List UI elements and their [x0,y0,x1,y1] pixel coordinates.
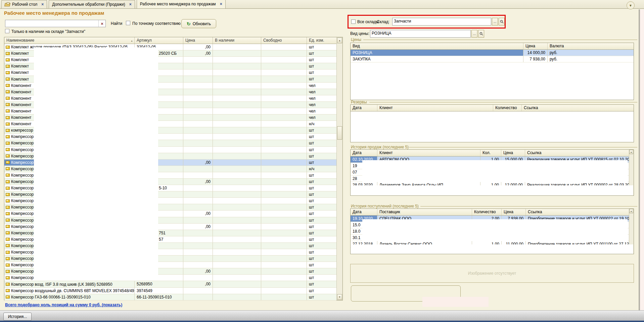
column-header[interactable]: Количество [472,209,502,215]
column-header-price[interactable]: Цена [183,37,213,44]
table-cell[interactable]: чел [307,108,336,114]
table-cell[interactable] [213,102,261,108]
column-header-free[interactable]: Свободно [261,37,307,44]
currency-cell[interactable]: руб. [548,50,634,56]
column-header[interactable]: Количество [493,105,522,111]
table-row[interactable]: Компрессор возд. ISF 3.8 под шкив (LK 38… [4,281,336,287]
column-header[interactable]: Ссылка [526,209,629,215]
table-cell[interactable] [183,140,213,146]
table-cell[interactable] [261,57,307,63]
table-cell[interactable]: Компрессор возд. ISF 3.8 под шкив (LK 38… [4,281,135,287]
table-cell[interactable] [183,147,213,153]
column-header[interactable]: Цена [523,43,548,49]
table-cell[interactable] [261,294,307,300]
table-cell[interactable] [213,127,261,133]
table-cell[interactable]: шт [307,179,336,185]
table-cell[interactable] [261,153,307,159]
column-header[interactable]: Ссылка [522,105,634,111]
column-header[interactable]: Цена [501,150,525,156]
table-cell[interactable]: шт [307,172,336,178]
table-cell[interactable] [261,147,307,153]
table-cell[interactable] [183,57,213,63]
table-cell[interactable] [183,95,213,101]
table-cell[interactable] [183,172,213,178]
search-input[interactable]: × [5,20,106,27]
table-cell[interactable] [183,114,213,121]
table-cell[interactable]: шт [307,191,336,197]
table-cell[interactable]: ,00 [183,268,213,274]
table-cell[interactable] [213,249,261,255]
column-header[interactable]: Дата [351,150,377,156]
table-cell[interactable] [261,108,307,114]
table-cell[interactable] [261,268,307,274]
table-cell[interactable] [261,76,307,82]
table-cell[interactable] [261,44,307,50]
table-cell[interactable] [213,256,261,262]
table-cell[interactable] [213,147,261,153]
table-cell[interactable] [183,83,213,89]
table-cell[interactable]: шт [307,50,336,56]
price-cell[interactable]: 7 938,00 [523,56,548,62]
price-type-cell[interactable]: ЗАКУПКА [351,56,523,62]
table-cell[interactable] [213,50,261,56]
scroll-up-icon[interactable]: ▲ [629,150,633,154]
table-cell[interactable]: шт [307,140,336,146]
all-warehouses-checkbox[interactable] [351,19,356,24]
currency-cell[interactable]: руб. [548,56,634,62]
table-cell[interactable]: ,00 [183,50,213,56]
table-cell[interactable] [261,134,307,140]
table-cell[interactable] [261,95,307,101]
price-cell[interactable]: 14 000,00 [523,50,548,56]
table-row[interactable]: Компрессор ГАЗ-66 00066-11-3509015-01066… [4,294,336,301]
table-cell[interactable] [213,179,261,185]
table-cell[interactable] [261,185,307,191]
table-cell[interactable] [213,230,261,236]
table-cell[interactable]: шт [307,288,336,294]
table-cell[interactable] [213,294,261,300]
table-cell[interactable] [261,230,307,236]
table-cell[interactable] [213,76,261,82]
table-cell[interactable] [183,204,213,210]
table-cell[interactable]: чел [307,114,336,121]
table-cell[interactable]: ,00 [183,281,213,287]
find-button[interactable]: Найти [111,21,122,26]
table-cell[interactable] [213,275,261,281]
table-cell[interactable] [213,166,261,172]
table-cell[interactable] [261,166,307,172]
table-cell[interactable]: шт [307,249,336,255]
table-cell[interactable] [213,172,261,178]
table-cell[interactable]: шт [307,127,336,133]
table-cell[interactable] [213,114,261,121]
table-cell[interactable] [261,288,307,294]
scroll-down-icon[interactable]: ▼ [337,294,342,300]
table-cell[interactable]: шт [307,153,336,159]
close-icon[interactable]: × [220,2,222,6]
tab-desktop[interactable]: Рабочий стол × [1,0,47,8]
column-header-unit[interactable]: Ед. изм. [307,37,336,44]
table-cell[interactable] [183,230,213,236]
close-icon[interactable]: × [41,2,44,7]
table-cell[interactable]: шт [307,294,336,300]
table-cell[interactable]: шт [307,256,336,262]
refresh-button[interactable]: ↻ Обновить [181,19,216,28]
table-cell[interactable] [213,211,261,217]
table-cell[interactable] [183,76,213,82]
table-cell[interactable] [261,281,307,287]
table-cell[interactable] [261,121,307,127]
table-cell[interactable]: шт [307,230,336,236]
table-cell[interactable]: шт [307,70,336,76]
table-cell[interactable] [183,262,213,268]
table-cell[interactable]: чел [307,102,336,108]
table-cell[interactable]: н/ч [307,166,336,172]
table-cell[interactable] [261,102,307,108]
tab-sales-manager-workplace[interactable]: Рабочее место менеджера по продажам × [137,0,226,8]
table-cell[interactable]: Компрессор воздушный дв. CUMMINS 6ВТ MOV… [4,288,135,294]
column-header-name[interactable]: Наименование ▲ [4,37,135,44]
table-cell[interactable] [213,108,261,114]
table-cell[interactable]: шт [307,224,336,230]
column-header[interactable]: Дата [351,209,377,215]
table-cell[interactable] [261,275,307,281]
table-cell[interactable]: ,00 [183,44,213,50]
table-cell[interactable] [183,127,213,133]
table-cell[interactable]: шт [307,281,336,287]
